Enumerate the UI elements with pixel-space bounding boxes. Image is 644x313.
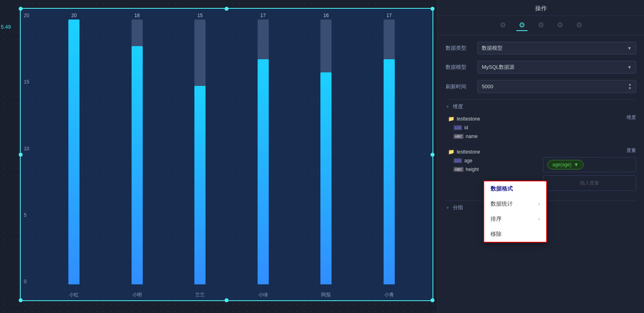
dimension-section: ▼ 维度 📁 testtestone 123 id ABC n bbox=[446, 103, 636, 141]
x-label-兰兰: 兰兰 bbox=[169, 292, 232, 298]
icon-123-age: 123 bbox=[454, 158, 462, 163]
field-name: ABC name bbox=[446, 132, 539, 141]
icon-abc-height: ABC bbox=[454, 167, 464, 172]
refresh-row: 刷新时间 5000 ▲ ▼ bbox=[446, 80, 636, 93]
field-height-label: height bbox=[466, 167, 479, 172]
context-stats-label: 数据统计 bbox=[491, 200, 513, 208]
tab-5[interactable]: ⚙ bbox=[574, 20, 585, 31]
bar-value-4: 16 bbox=[324, 13, 329, 18]
context-menu-item-format[interactable]: 数据格式 bbox=[484, 181, 546, 196]
context-stats-arrow: › bbox=[538, 201, 540, 207]
bar-value-1: 18 bbox=[134, 13, 140, 18]
field-age-label: age bbox=[464, 158, 472, 163]
handle-mid-left[interactable] bbox=[19, 153, 23, 157]
data-type-value: 数据模型 bbox=[482, 45, 502, 52]
bar-value-0: 20 bbox=[72, 13, 77, 18]
bar-group-兰兰: 15 bbox=[169, 13, 232, 284]
pill-label: age(age) bbox=[553, 162, 572, 167]
bar-5 bbox=[384, 59, 395, 284]
icon-abc-name: ABC bbox=[454, 134, 464, 139]
tab-1[interactable]: ⚙ bbox=[497, 20, 508, 31]
refresh-down[interactable]: ▼ bbox=[628, 87, 632, 90]
data-model-label: 数据模型 bbox=[446, 64, 477, 71]
chart-area: 5.49 0 5 10 15 20 20 18 bbox=[0, 0, 437, 313]
divider-1 bbox=[446, 99, 636, 100]
y-label-10: 10 bbox=[24, 146, 29, 152]
x-axis: 小红小明兰兰小绿阿茄小青 bbox=[35, 292, 429, 298]
table-name: testtestone bbox=[457, 116, 480, 122]
bar-group-阿茄: 16 bbox=[295, 13, 358, 284]
bar-0 bbox=[68, 19, 80, 284]
measure-empty-drop-zone[interactable]: 拖入度量 bbox=[543, 175, 636, 191]
folder-icon-2: 📁 bbox=[448, 149, 454, 155]
context-sort-arrow: › bbox=[538, 216, 540, 222]
y-label-15: 15 bbox=[24, 79, 29, 85]
refresh-input[interactable]: 5000 ▲ ▼ bbox=[477, 80, 636, 93]
fields-columns: 📁 testtestone 123 id ABC name 维度 bbox=[446, 114, 636, 141]
handle-bottom-left[interactable] bbox=[19, 298, 23, 302]
field-id-label: id bbox=[464, 125, 468, 130]
age-age-pill[interactable]: age(age) ▼ bbox=[547, 160, 584, 169]
folder-icon-1: 📁 bbox=[448, 116, 454, 122]
handle-top-right[interactable] bbox=[431, 7, 435, 11]
field-table-testtestone: 📁 testtestone bbox=[446, 114, 539, 123]
fields-col-left: 📁 testtestone 123 id ABC name bbox=[446, 114, 539, 141]
bar-value-2: 15 bbox=[198, 13, 203, 18]
measure-drop-zone[interactable]: age(age) ▼ bbox=[543, 157, 636, 172]
tab-2[interactable]: ⚙ bbox=[516, 20, 528, 31]
y-label-0: 0 bbox=[24, 279, 29, 284]
x-label-小明: 小明 bbox=[106, 292, 169, 298]
measure-col-title: 度量 bbox=[543, 147, 636, 154]
handle-bottom-center[interactable] bbox=[225, 298, 229, 302]
bar-group-小青: 17 bbox=[358, 13, 421, 284]
dimension-col-title: 维度 bbox=[543, 114, 636, 121]
context-menu-item-sort[interactable]: 排序 › bbox=[484, 212, 546, 227]
measure-col-right: 度量 age(age) ▼ 拖入度量 bbox=[543, 147, 636, 194]
tab-bar: ⚙ ⚙ ⚙ ⚙ ⚙ bbox=[438, 16, 644, 35]
data-model-value: MySQL数据源 bbox=[482, 64, 514, 71]
refresh-value: 5000 bbox=[482, 84, 493, 89]
data-type-select[interactable]: 数据模型 ▼ bbox=[477, 42, 636, 54]
field-name-label: name bbox=[466, 134, 478, 139]
group-chevron: ▼ bbox=[446, 206, 450, 210]
drop-placeholder: 拖入度量 bbox=[547, 178, 632, 188]
data-type-row: 数据类型 数据模型 ▼ bbox=[446, 42, 636, 54]
y-label-5: 5 bbox=[24, 212, 29, 218]
dimension-header: ▼ 维度 bbox=[446, 103, 636, 110]
bar-value-5: 17 bbox=[386, 13, 392, 18]
context-format-label: 数据格式 bbox=[491, 185, 513, 192]
chart-container: 0 5 10 15 20 20 18 15 bbox=[20, 8, 433, 301]
handle-top-left[interactable] bbox=[19, 7, 23, 11]
tab-3[interactable]: ⚙ bbox=[535, 20, 547, 31]
data-type-label: 数据类型 bbox=[446, 45, 477, 52]
context-menu: 数据格式 数据统计 › 排序 › 移除 bbox=[483, 181, 547, 243]
x-label-小红: 小红 bbox=[43, 292, 106, 298]
handle-mid-right[interactable] bbox=[431, 153, 435, 157]
group-title: 分组 bbox=[453, 204, 463, 211]
bar-3 bbox=[258, 59, 269, 284]
bar-group-小绿: 17 bbox=[232, 13, 295, 284]
refresh-arrows: ▲ ▼ bbox=[628, 83, 632, 90]
bar-group-小明: 18 bbox=[106, 13, 169, 284]
bar-value-3: 17 bbox=[260, 13, 266, 18]
bar-group-小红: 20 bbox=[43, 13, 106, 284]
tab-4[interactable]: ⚙ bbox=[555, 20, 566, 31]
panel-body: 数据类型 数据模型 ▼ 数据模型 MySQL数据源 ▼ 刷新时间 5000 ▲ … bbox=[438, 35, 644, 313]
data-model-select[interactable]: MySQL数据源 ▼ bbox=[477, 61, 636, 74]
context-menu-item-remove[interactable]: 移除 bbox=[484, 227, 546, 242]
context-menu-item-stats[interactable]: 数据统计 › bbox=[484, 196, 546, 212]
context-remove-label: 移除 bbox=[491, 231, 502, 238]
handle-bottom-right[interactable] bbox=[431, 298, 435, 302]
measure-age: 123 age bbox=[446, 156, 539, 165]
y-axis: 0 5 10 15 20 bbox=[24, 13, 29, 284]
dimension-title: 维度 bbox=[453, 103, 463, 110]
refresh-up[interactable]: ▲ bbox=[628, 83, 632, 86]
handle-top-center[interactable] bbox=[225, 7, 229, 11]
refresh-label: 刷新时间 bbox=[446, 83, 477, 90]
context-sort-label: 排序 bbox=[491, 216, 502, 223]
bar-4 bbox=[320, 72, 332, 284]
field-id: 123 id bbox=[446, 123, 539, 132]
data-model-chevron: ▼ bbox=[627, 65, 632, 70]
bar-2 bbox=[194, 86, 206, 285]
y-overflow-label: 5.49 bbox=[1, 24, 11, 30]
